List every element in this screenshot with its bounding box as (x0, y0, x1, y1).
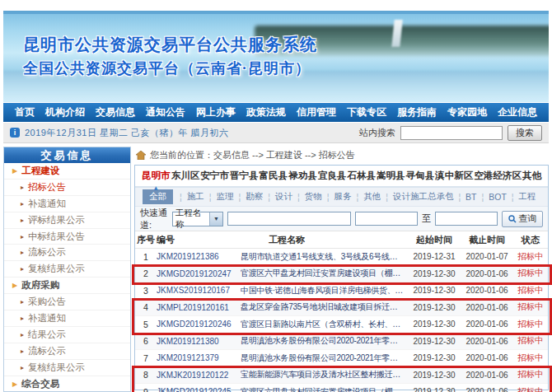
category-item-6[interactable]: 服务 (334, 191, 351, 203)
table-row[interactable]: 7JKM2019121379昆明滇池水务股份有限公司2020-2021年零星项目… (135, 350, 548, 367)
cell-seq: 6 (135, 336, 157, 346)
cell-name[interactable]: 中国中铁·诺德山海春风项目洋房电梯供货、安装及... (241, 285, 408, 296)
region-tab-10[interactable]: 滇中新区 (435, 170, 473, 182)
table-row[interactable]: 6JKM2019121380昆明滇池水务股份有限公司2020-2021年零星项目… (135, 334, 548, 351)
cell-name[interactable]: 昆明滇池水务股份有限公司2020-2021年零星项目造价... (241, 335, 408, 347)
nav-item-3[interactable]: 通知公告 (146, 105, 185, 119)
date-to-input[interactable] (435, 212, 498, 226)
cell-code: JKMXS2019120167 (157, 286, 241, 295)
category-item-1[interactable]: 施工 (187, 191, 204, 203)
breadcrumb: 您当前的位置：交易信息 --> 工程建设 --> 招标公告 (134, 147, 549, 163)
site-title: 昆明市公共资源交易平台公共服务系统 全国公共资源交易平台（云南省·昆明市） (23, 32, 317, 81)
sidebar-item-label: 补遗通知 (28, 312, 66, 324)
category-item-11[interactable]: 工程 (519, 191, 536, 203)
main-box: 昆明市东川区安宁市晋宁县富民县禄劝县宜良县石林县嵩明县寻甸县滇中新区空港经济区其… (134, 165, 549, 390)
small-arrow-icon: ▸ (21, 331, 24, 338)
region-tab-5[interactable]: 禄劝县 (288, 170, 317, 182)
nav-item-10[interactable]: 企业信息 (498, 105, 537, 119)
home-icon (136, 151, 146, 160)
cell-status: 招标中 (513, 335, 548, 347)
sidebar-item-3[interactable]: ▸评标结果公示 (4, 212, 130, 229)
table-row[interactable]: 1JKM2019121386昆明市轨道交通1号线支线、3号线及6号线一期工程现.… (135, 249, 548, 266)
table-row[interactable]: 5JKMGD2019120246官渡区日新路以南片区（含双桥村、长村、高寨村、.… (135, 316, 548, 334)
sidebar-item-1[interactable]: ▸招标公告 (4, 180, 130, 196)
category-separator: ¦ (458, 192, 461, 202)
sidebar-item-13[interactable]: ▶综合交易 (4, 376, 130, 392)
cell-start: 2019-12-30 (408, 371, 461, 380)
sidebar-item-label: 工程建设 (21, 165, 59, 177)
table-row[interactable]: 2JKMGD2019120247官渡区六甲盘龙村回迁安置房建设项目（棚户区改造.… (135, 266, 548, 283)
cell-start: 2019-12-30 (408, 269, 461, 278)
nav-item-2[interactable]: 交易信息 (96, 105, 135, 119)
category-item-10[interactable]: BOT (489, 192, 507, 202)
site-title-line1: 昆明市公共资源交易平台公共服务系统 (23, 32, 317, 58)
cell-code: JKMGD2019120246 (157, 320, 241, 329)
nav-item-0[interactable]: 首页 (15, 105, 35, 119)
sidebar-item-2[interactable]: ▸补遗通知 (4, 196, 130, 212)
sidebar-item-11[interactable]: ▸流标公示 (4, 343, 130, 360)
cell-code: JKM2019121379 (157, 353, 241, 362)
table-row[interactable]: 8JKMJK2019120122宝能新能源汽车项目涉及清水社区整村搬迁安置项目.… (135, 367, 548, 385)
content-area: 交易信息 ▶工程建设▸招标公告▸补遗通知▸评标结果公示▸中标结果公告▸流标公示▸… (3, 147, 549, 392)
cell-seq: 2 (135, 268, 157, 278)
sidebar-item-10[interactable]: ▸结果公示 (4, 327, 130, 343)
nav-item-8[interactable]: 服务指南 (397, 105, 437, 119)
region-tab-12[interactable]: 其他 (522, 170, 541, 182)
search-type-select[interactable]: 工程名称 ▼ (172, 212, 223, 226)
region-tab-2[interactable]: 安宁市 (200, 170, 229, 182)
cell-name[interactable]: 官渡区六甲盘龙村回迁安置房建设项目（棚户区改造... (241, 268, 408, 279)
nav-item-1[interactable]: 机构介绍 (45, 105, 85, 119)
sidebar-menu: ▶工程建设▸招标公告▸补遗通知▸评标结果公示▸中标结果公告▸流标公示▸复核结果公… (4, 163, 130, 392)
category-item-5[interactable]: 货物 (305, 191, 322, 203)
table-row[interactable]: 4JKMPL2019120161盘龙区穿金路735号地块旧城改建项目拆迁服务招标… (135, 300, 548, 317)
cell-code: JKMJK2019120122 (157, 371, 241, 380)
nav-item-4[interactable]: 网上办事 (196, 105, 236, 119)
region-tab-0[interactable]: 昆明市 (142, 170, 171, 182)
region-tab-6[interactable]: 宜良县 (318, 170, 347, 182)
sidebar-item-4[interactable]: ▸中标结果公告 (4, 229, 130, 245)
cell-status: 招标中 (513, 251, 548, 263)
region-tab-1[interactable]: 东川区 (171, 170, 200, 182)
nav-item-7[interactable]: 下载专区 (347, 105, 386, 119)
cell-name[interactable]: 昆明滇池水务股份有限公司2020-2021年零星项目监理... (241, 352, 408, 364)
region-tab-3[interactable]: 晋宁县 (230, 170, 259, 182)
category-item-2[interactable]: 监理 (216, 191, 233, 203)
region-tab-7[interactable]: 石林县 (347, 170, 376, 182)
region-tab-4[interactable]: 富民县 (260, 170, 288, 182)
date-from-input[interactable] (355, 212, 418, 226)
sidebar-item-9[interactable]: ▸补遗通知 (4, 310, 130, 327)
table-row[interactable]: 3JKMXS2019120167中国中铁·诺德山海春风项目洋房电梯供货、安装及.… (135, 282, 548, 300)
cell-name[interactable]: 宝能新能源汽车项目涉及清水社区整村搬迁安置项目... (241, 369, 408, 380)
category-item-8[interactable]: 设计施工总承包 (393, 191, 454, 203)
date-text: 2019年12月31日 星期二 己亥（猪）年 腊月初六 (25, 127, 229, 139)
cell-name[interactable]: 昆明市轨道交通1号线支线、3号线及6号线一期工程现... (241, 251, 408, 263)
region-tab-9[interactable]: 寻甸县 (406, 170, 435, 182)
cell-status: 招标中 (513, 285, 548, 296)
keyword-input[interactable] (227, 212, 351, 226)
nav-item-5[interactable]: 政策法规 (246, 105, 286, 119)
sidebar-item-5[interactable]: ▸流标公示 (4, 245, 130, 261)
site-search-button[interactable]: 搜索 (508, 125, 542, 141)
category-item-4[interactable]: 设计 (275, 191, 292, 203)
nav-item-9[interactable]: 专家园地 (447, 105, 487, 119)
site-title-line2: 全国公共资源交易平台（云南省·昆明市） (23, 58, 317, 81)
cell-name[interactable]: 官渡区六甲盘龙村回迁安置房建设项目（棚户区改造... (241, 386, 408, 392)
sidebar-item-7[interactable]: ▶政府采购 (4, 278, 130, 294)
category-item-7[interactable]: 其他 (363, 191, 381, 203)
category-item-9[interactable]: BT (465, 192, 476, 202)
sidebar-item-8[interactable]: ▸采购公告 (4, 294, 130, 310)
cell-name[interactable]: 盘龙区穿金路735号地块旧城改建项目拆迁服务招标公告 (241, 301, 408, 313)
region-tab-11[interactable]: 空港经济区 (474, 170, 522, 182)
cell-name[interactable]: 官渡区日新路以南片区（含双桥村、长村、高寨村、... (241, 319, 408, 330)
table-row[interactable]: 9JKMGD2019120245官渡区六甲盘龙村回迁安置房建设项目（棚户区改造.… (135, 384, 548, 392)
triangle-right-icon: ▶ (12, 380, 17, 388)
small-arrow-icon: ▸ (21, 233, 24, 240)
sidebar-item-6[interactable]: ▸复核结果公示 (4, 261, 130, 278)
sidebar-item-0[interactable]: ▶工程建设 (4, 163, 130, 180)
category-item-3[interactable]: 勘察 (246, 191, 263, 203)
query-button[interactable]: 查询 (502, 211, 543, 227)
region-tab-8[interactable]: 嵩明县 (377, 170, 405, 182)
site-search-input[interactable] (400, 126, 503, 140)
nav-item-6[interactable]: 信用管理 (297, 105, 336, 119)
sidebar-item-12[interactable]: ▸复核结果公示 (4, 360, 130, 376)
